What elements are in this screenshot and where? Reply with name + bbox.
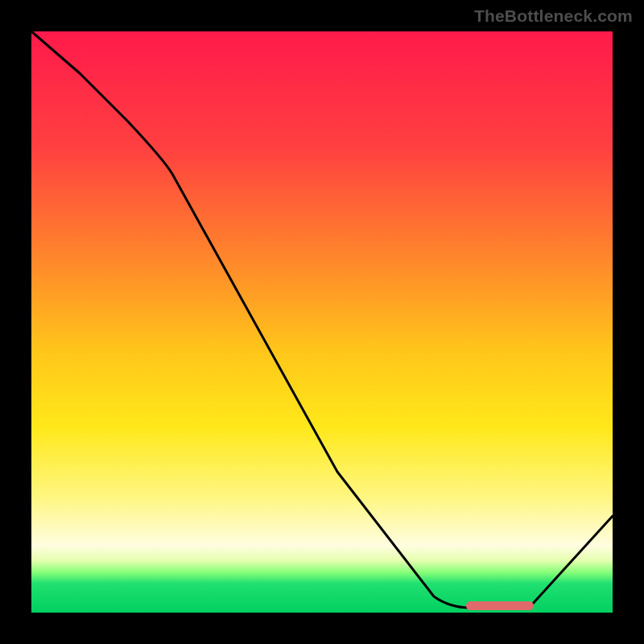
- optimal-range-marker: [466, 601, 534, 610]
- watermark-text: TheBottleneck.com: [474, 6, 633, 26]
- plot-area: [31, 31, 613, 613]
- curve-path: [31, 31, 613, 608]
- bottleneck-curve: [31, 31, 613, 613]
- chart-frame: TheBottleneck.com: [0, 0, 644, 644]
